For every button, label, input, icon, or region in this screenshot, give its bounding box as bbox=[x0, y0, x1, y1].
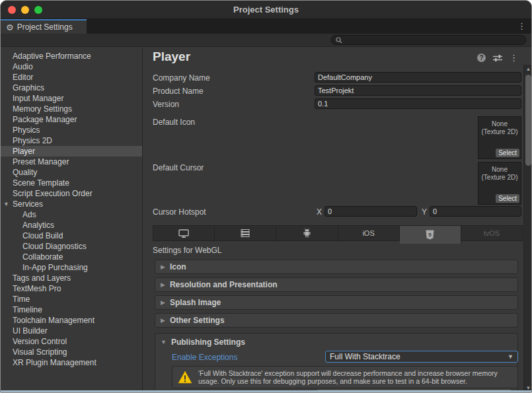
default-icon-select-button[interactable]: Select bbox=[496, 149, 519, 157]
publishing-settings-header[interactable]: ▼ Publishing Settings bbox=[161, 338, 245, 347]
sidebar-item-memory-settings[interactable]: Memory Settings bbox=[1, 104, 142, 114]
foldout-closed-icon: ▶ bbox=[161, 317, 165, 324]
player-settings-pane: Player ? ⋮ Company Name Product Name Ver… bbox=[143, 48, 532, 393]
sidebar-item-in-app-purchasing[interactable]: In-App Purchasing bbox=[1, 262, 142, 273]
dock-tab-strip: ⚙ Project Settings ⋮ bbox=[1, 19, 531, 34]
sidebar-item-ui-builder[interactable]: UI Builder bbox=[1, 326, 142, 336]
foldout-closed-icon: ▶ bbox=[161, 299, 165, 306]
sidebar-item-input-manager[interactable]: Input Manager bbox=[1, 93, 142, 104]
tab-android[interactable] bbox=[276, 225, 338, 241]
sidebar-item-package-manager[interactable]: Package Manager bbox=[1, 114, 142, 125]
tab-tvos[interactable]: tvOS bbox=[461, 225, 523, 241]
window-bottom-edge bbox=[1, 390, 531, 392]
sidebar-item-physics-2d[interactable]: Physics 2D bbox=[1, 135, 142, 146]
sidebar-item-version-control[interactable]: Version Control bbox=[1, 336, 142, 347]
default-cursor-label: Default Cursor bbox=[153, 163, 204, 172]
settings-for-webgl-heading: Settings for WebGL bbox=[153, 246, 222, 255]
product-name-label: Product Name bbox=[153, 87, 204, 96]
desktop-monitor-icon bbox=[178, 229, 189, 238]
exception-warning-box: 'Full With Stacktrace' exception support… bbox=[172, 366, 518, 388]
sidebar-item-scene-template[interactable]: Scene Template bbox=[1, 178, 142, 188]
hotspot-x-label: X bbox=[317, 207, 322, 217]
vertical-scrollbar[interactable]: ▲ ▼ bbox=[523, 65, 532, 393]
gear-icon: ⚙ bbox=[6, 23, 14, 32]
hotspot-y-input[interactable] bbox=[430, 206, 521, 217]
sidebar-item-analytics[interactable]: Analytics bbox=[1, 220, 142, 231]
page-title: Player bbox=[153, 50, 190, 64]
sidebar-item-cloud-build[interactable]: Cloud Build bbox=[1, 231, 142, 241]
sidebar-item-xr-plugin-management[interactable]: XR Plugin Management bbox=[1, 357, 142, 368]
sidebar-item-cloud-diagnostics[interactable]: Cloud Diagnostics bbox=[1, 241, 142, 252]
foldout-closed-icon: ▶ bbox=[161, 264, 165, 270]
sidebar-item-ads[interactable]: Ads bbox=[1, 209, 142, 220]
enable-exceptions-dropdown[interactable]: Full With Stacktrace ▼ bbox=[325, 351, 518, 363]
warning-message: 'Full With Stacktrace' exception support… bbox=[198, 369, 512, 386]
html5-webgl-icon: 5 bbox=[426, 230, 434, 240]
project-settings-window: Project Settings ⚙ Project Settings ⋮ Ad… bbox=[0, 0, 532, 393]
sidebar-item-graphics[interactable]: Graphics bbox=[1, 83, 142, 93]
sidebar-item-tags-and-layers[interactable]: Tags and Layers bbox=[1, 273, 142, 283]
foldout-open-icon: ▼ bbox=[161, 339, 167, 345]
sidebar-item-services[interactable]: ▼Services bbox=[1, 199, 142, 209]
titlebar: Project Settings bbox=[1, 1, 531, 19]
tab-project-settings[interactable]: ⚙ Project Settings bbox=[1, 19, 87, 34]
sidebar-item-visual-scripting[interactable]: Visual Scripting bbox=[1, 347, 142, 357]
sidebar-item-adaptive-performance[interactable]: Adaptive Performance bbox=[1, 51, 142, 61]
tab-desktop[interactable] bbox=[153, 225, 215, 241]
server-icon bbox=[241, 229, 250, 237]
presets-icon[interactable] bbox=[493, 54, 502, 62]
sidebar-item-toolchain-management[interactable]: Toolchain Management bbox=[1, 315, 142, 326]
default-icon-label: Default Icon bbox=[153, 118, 195, 127]
tabstrip-menu-icon[interactable]: ⋮ bbox=[517, 22, 526, 30]
search-field[interactable] bbox=[331, 35, 526, 45]
product-name-input[interactable] bbox=[315, 85, 521, 96]
company-name-input[interactable] bbox=[315, 72, 521, 83]
search-icon bbox=[336, 37, 342, 44]
pane-menu-icon[interactable]: ⋮ bbox=[510, 54, 518, 62]
section-resolution-and-presentation[interactable]: ▶ Resolution and Presentation bbox=[155, 277, 518, 292]
search-input[interactable] bbox=[345, 36, 521, 44]
sidebar-item-time[interactable]: Time bbox=[1, 294, 142, 304]
warning-icon bbox=[178, 371, 192, 384]
scroll-up-icon[interactable]: ▲ bbox=[524, 66, 532, 72]
default-icon-texture-slot[interactable]: None(Texture 2D) Select bbox=[478, 116, 521, 159]
cursor-hotspot-label: Cursor Hotspot bbox=[153, 207, 206, 217]
enable-exceptions-label: Enable Exceptions bbox=[172, 353, 237, 362]
sidebar-item-audio[interactable]: Audio bbox=[1, 61, 142, 72]
section-publishing-settings: ▼ Publishing Settings Enable Exceptions … bbox=[155, 333, 518, 392]
hotspot-x-input[interactable] bbox=[324, 206, 417, 217]
platform-tab-bar: iOS 5 tvOS bbox=[153, 225, 523, 241]
chevron-down-icon: ▼ bbox=[508, 353, 513, 360]
window-title: Project Settings bbox=[1, 5, 531, 15]
tab-webgl[interactable]: 5 bbox=[400, 225, 461, 244]
default-cursor-select-button[interactable]: Select bbox=[496, 194, 519, 203]
section-icon[interactable]: ▶ Icon bbox=[155, 260, 518, 274]
tab-dedicated-server[interactable] bbox=[215, 225, 276, 241]
hotspot-y-label: Y bbox=[422, 207, 427, 217]
svg-text:5: 5 bbox=[429, 232, 432, 238]
sidebar-item-quality[interactable]: Quality bbox=[1, 167, 142, 178]
version-input[interactable] bbox=[315, 98, 521, 109]
sidebar-item-player[interactable]: Player bbox=[1, 146, 142, 157]
sidebar-item-physics[interactable]: Physics bbox=[1, 125, 142, 135]
sidebar-item-collaborate[interactable]: Collaborate bbox=[1, 252, 142, 262]
settings-sidebar: Adaptive Performance Audio Editor Graphi… bbox=[1, 48, 143, 393]
sidebar-item-script-execution-order[interactable]: Script Execution Order bbox=[1, 188, 142, 199]
default-cursor-texture-slot[interactable]: None(Texture 2D) Select bbox=[478, 162, 521, 205]
sidebar-item-timeline[interactable]: Timeline bbox=[1, 304, 142, 315]
android-icon bbox=[303, 229, 311, 238]
section-other-settings[interactable]: ▶ Other Settings bbox=[155, 313, 518, 328]
sidebar-item-editor[interactable]: Editor bbox=[1, 72, 142, 83]
sidebar-item-textmesh-pro[interactable]: TextMesh Pro bbox=[1, 283, 142, 294]
scrollbar-thumb[interactable] bbox=[525, 75, 531, 166]
company-name-label: Company Name bbox=[153, 73, 210, 83]
help-icon[interactable]: ? bbox=[477, 54, 486, 62]
section-splash-image[interactable]: ▶ Splash Image bbox=[155, 295, 518, 310]
foldout-closed-icon: ▶ bbox=[161, 281, 165, 288]
version-label: Version bbox=[153, 100, 179, 109]
tab-ios[interactable]: iOS bbox=[338, 225, 400, 241]
foldout-open-icon[interactable]: ▼ bbox=[3, 199, 9, 209]
dock-tab-label: Project Settings bbox=[17, 22, 73, 32]
toolbar bbox=[1, 34, 531, 47]
sidebar-item-preset-manager[interactable]: Preset Manager bbox=[1, 157, 142, 167]
